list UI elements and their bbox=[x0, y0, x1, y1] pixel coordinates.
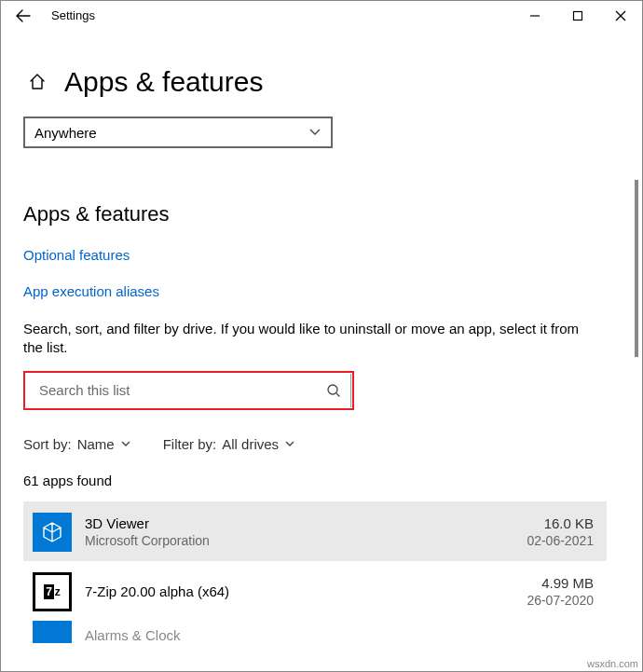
section-description: Search, sort, and filter by drive. If yo… bbox=[23, 320, 601, 358]
app-name: 7-Zip 20.00 alpha (x64) bbox=[85, 583, 527, 599]
page-title: Apps & features bbox=[64, 66, 263, 98]
arrow-left-icon bbox=[15, 7, 32, 24]
app-info: 7-Zip 20.00 alpha (x64) bbox=[85, 583, 527, 599]
maximize-button[interactable] bbox=[556, 1, 599, 31]
svg-rect-1 bbox=[574, 11, 582, 20]
svg-point-4 bbox=[328, 385, 337, 394]
filter-value: All drives bbox=[222, 436, 279, 452]
watermark: wsxdn.com bbox=[587, 658, 638, 669]
optional-features-link[interactable]: Optional features bbox=[23, 247, 607, 263]
app-info: Alarms & Clock bbox=[85, 627, 594, 643]
window-title: Settings bbox=[46, 8, 513, 22]
app-meta: 16.0 KB 02-06-2021 bbox=[527, 515, 594, 548]
sort-value: Name bbox=[77, 436, 115, 452]
app-row[interactable]: 3D Viewer Microsoft Corporation 16.0 KB … bbox=[23, 501, 607, 561]
app-meta: 4.99 MB 26-07-2020 bbox=[527, 575, 594, 608]
close-button[interactable] bbox=[599, 1, 642, 31]
app-date: 26-07-2020 bbox=[527, 593, 594, 608]
app-publisher: Microsoft Corporation bbox=[85, 533, 527, 548]
back-button[interactable] bbox=[1, 1, 46, 31]
filter-label: Filter by: bbox=[163, 436, 217, 452]
sort-label: Sort by: bbox=[23, 436, 72, 452]
filter-by-dropdown[interactable]: Filter by: All drives bbox=[163, 436, 295, 452]
svg-line-5 bbox=[336, 393, 340, 397]
install-source-dropdown[interactable]: Anywhere bbox=[23, 117, 333, 148]
search-icon bbox=[326, 383, 341, 398]
content-area: Apps & features Anywhere Apps & features… bbox=[1, 31, 633, 671]
app-name: Alarms & Clock bbox=[85, 627, 594, 643]
section-heading: Apps & features bbox=[23, 202, 607, 226]
home-icon bbox=[28, 73, 47, 91]
app-row[interactable]: Alarms & Clock bbox=[23, 621, 607, 643]
app-info: 3D Viewer Microsoft Corporation bbox=[85, 515, 527, 548]
window-controls bbox=[513, 1, 642, 31]
app-name: 3D Viewer bbox=[85, 515, 527, 531]
app-size: 16.0 KB bbox=[527, 515, 594, 531]
alarms-icon bbox=[33, 621, 72, 643]
apps-list: 3D Viewer Microsoft Corporation 16.0 KB … bbox=[23, 501, 607, 643]
chevron-down-icon bbox=[308, 128, 322, 137]
scrollbar[interactable] bbox=[633, 31, 642, 671]
app-date: 02-06-2021 bbox=[527, 533, 594, 548]
install-source-value: Anywhere bbox=[34, 125, 97, 141]
3dviewer-icon bbox=[33, 513, 72, 552]
app-row[interactable]: 7z 7-Zip 20.00 alpha (x64) 4.99 MB 26-07… bbox=[23, 561, 607, 621]
maximize-icon bbox=[572, 10, 583, 21]
titlebar: Settings bbox=[1, 1, 642, 31]
app-execution-aliases-link[interactable]: App execution aliases bbox=[23, 283, 607, 299]
search-placeholder: Search this list bbox=[39, 382, 130, 398]
home-button[interactable] bbox=[27, 72, 48, 92]
minimize-button[interactable] bbox=[513, 1, 556, 31]
apps-count: 61 apps found bbox=[23, 473, 607, 488]
sort-by-dropdown[interactable]: Sort by: Name bbox=[23, 436, 131, 452]
page-header: Apps & features bbox=[1, 31, 633, 117]
7zip-icon: 7z bbox=[33, 572, 72, 611]
search-input[interactable]: Search this list bbox=[26, 374, 351, 407]
chevron-down-icon bbox=[284, 439, 295, 448]
search-highlight: Search this list bbox=[23, 371, 354, 410]
app-size: 4.99 MB bbox=[527, 575, 594, 591]
minimize-icon bbox=[529, 10, 540, 21]
apps-section: Apps & features Optional features App ex… bbox=[1, 202, 633, 643]
chevron-down-icon bbox=[120, 439, 131, 448]
scrollbar-thumb[interactable] bbox=[635, 180, 638, 357]
close-icon bbox=[615, 10, 626, 21]
sort-filter-row: Sort by: Name Filter by: All drives bbox=[23, 436, 607, 452]
